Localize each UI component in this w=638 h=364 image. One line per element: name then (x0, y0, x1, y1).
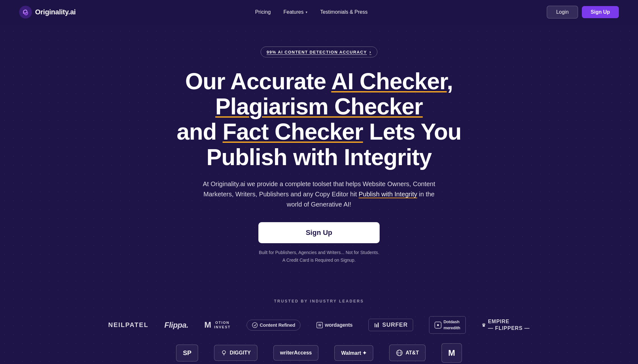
nav-pricing[interactable]: Pricing (255, 9, 271, 15)
logo-surfer: SURFER (368, 319, 413, 331)
dotdash-icon (434, 322, 441, 329)
navigation: Originality.ai Pricing Features ▾ Testim… (0, 0, 638, 24)
nav-features[interactable]: Features ▾ (284, 9, 308, 15)
title-plagiarism-checker: Plagiarism Checker (215, 94, 423, 119)
publish-integrity-link[interactable]: Publish with Integrity (359, 191, 417, 198)
chevron-down-icon: ▾ (306, 10, 308, 14)
att-icon (396, 349, 403, 356)
logo-att: AT&T (389, 345, 425, 361)
trusted-label: TRUSTED BY INDUSTRY LEADERS (13, 299, 625, 303)
svg-rect-5 (375, 323, 375, 327)
nav-links: Pricing Features ▾ Testimonials & Press (255, 9, 368, 15)
logo-content-refined: Content Refined (247, 320, 300, 331)
logos-row-1: NEILPATEL Flippa. M OTIONINVEST Content … (13, 316, 625, 333)
svg-point-9 (437, 324, 439, 326)
hero-title: Our Accurate AI Checker, Plagiarism Chec… (144, 69, 494, 170)
title-part1: Our Accurate (185, 69, 331, 94)
svg-rect-6 (376, 324, 377, 327)
svg-point-10 (222, 351, 226, 354)
svg-point-0 (19, 6, 32, 18)
logo-m: M (441, 343, 462, 363)
logo-walmart: Walmart ✦ (334, 345, 373, 361)
title-and: and (177, 119, 223, 144)
logo-text: Originality.ai (35, 8, 76, 16)
signup-nav-button[interactable]: Sign Up (582, 6, 619, 18)
logo-icon (19, 6, 32, 18)
svg-text:W: W (318, 324, 322, 327)
logo-writeraccess: writerAccess (273, 345, 319, 360)
hero-description: At Originality.ai we provide a complete … (201, 179, 437, 209)
sub-line1: Built for Publishers, Agencies and Write… (259, 250, 379, 255)
title-fact-checker: Fact Checker (223, 119, 363, 144)
surfer-icon (374, 322, 380, 328)
title-ai-checker: AI Checker (331, 69, 447, 94)
logo-neil-patel: NEILPATEL (108, 321, 148, 329)
nav-buttons: Login Sign Up (547, 6, 619, 18)
svg-point-2 (252, 323, 257, 328)
logos-row-2: SP DIGGITY writerAccess Walmart ✦ AT&T (13, 343, 625, 363)
logo-diggity: DIGGITY (214, 345, 257, 361)
svg-rect-7 (378, 323, 379, 327)
title-comma: , (447, 69, 453, 94)
logo[interactable]: Originality.ai (19, 6, 76, 18)
trusted-section: TRUSTED BY INDUSTRY LEADERS NEILPATEL Fl… (0, 283, 638, 364)
logo-motion-invest: M OTIONINVEST (204, 320, 231, 330)
login-button[interactable]: Login (547, 6, 578, 18)
content-refined-icon (252, 322, 258, 328)
badge-text: 99% AI CONTENT DETECTION ACCURACY (267, 50, 367, 55)
diggity-icon (221, 350, 227, 356)
logo-wordagents: W wordagents (316, 322, 352, 328)
logo-empire-flippers: ♛ EMPIRE— FLIPPERS — (482, 318, 530, 332)
svg-rect-11 (223, 353, 225, 354)
sub-line2: A Credit Card is Required on Signup. (282, 258, 356, 263)
logo-sp: SP (176, 345, 198, 361)
badge-arrow: › (369, 49, 371, 55)
logo-dotdash: Dotdashmeredith (429, 316, 466, 333)
svg-point-1 (23, 12, 24, 14)
signup-hero-button[interactable]: Sign Up (258, 222, 380, 243)
nav-testimonials[interactable]: Testimonials & Press (320, 9, 368, 15)
hero-subtext: Built for Publishers, Agencies and Write… (13, 249, 625, 264)
logo-flippa: Flippa. (164, 321, 188, 330)
wordagents-icon: W (316, 322, 323, 328)
accuracy-badge[interactable]: 99% AI CONTENT DETECTION ACCURACY › (261, 47, 378, 57)
hero-section: 99% AI CONTENT DETECTION ACCURACY › Our … (0, 24, 638, 283)
